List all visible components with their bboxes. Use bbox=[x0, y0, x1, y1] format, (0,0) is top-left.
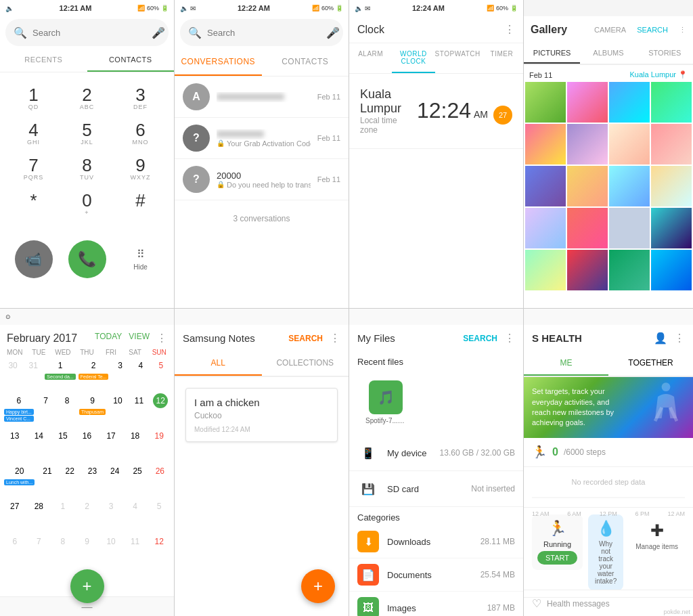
gallery-thumb[interactable] bbox=[651, 166, 692, 206]
gallery-thumb[interactable] bbox=[525, 208, 566, 248]
dial-1[interactable]: 1 QD bbox=[12, 86, 55, 110]
gallery-thumb[interactable] bbox=[609, 124, 650, 164]
cal-day[interactable]: 17 bbox=[99, 426, 123, 462]
gallery-camera-tab[interactable]: CAMERA bbox=[594, 26, 626, 35]
dial-5[interactable]: 5 JKL bbox=[66, 121, 109, 146]
cal-day[interactable]: 2 bbox=[75, 497, 99, 532]
tab-stories[interactable]: STORIES bbox=[637, 43, 693, 64]
health-more-icon[interactable]: ⋮ bbox=[674, 332, 685, 345]
cal-day[interactable]: 25 bbox=[126, 462, 148, 497]
storage-my-device[interactable]: 📱 My device 13.60 GB / 32.00 GB bbox=[349, 435, 523, 471]
cal-day-today[interactable]: 12 bbox=[150, 391, 171, 426]
cal-day[interactable]: 28 bbox=[27, 497, 51, 532]
gallery-search-tab[interactable]: SEARCH bbox=[637, 26, 668, 35]
notes-search-button[interactable]: SEARCH bbox=[288, 334, 323, 343]
cal-day[interactable]: 5 bbox=[147, 497, 171, 532]
category-documents[interactable]: 📄 Documents 25.54 MB bbox=[349, 558, 523, 592]
storage-sd-card[interactable]: 💾 SD card Not inserted bbox=[349, 471, 523, 507]
add-note-button[interactable]: + bbox=[301, 569, 335, 603]
dial-6[interactable]: 6 MNO bbox=[119, 121, 162, 146]
gallery-thumb[interactable] bbox=[609, 82, 650, 123]
gallery-thumb[interactable] bbox=[525, 166, 566, 206]
dial-7[interactable]: 7 PQRS bbox=[12, 156, 55, 181]
cal-day[interactable]: 4 bbox=[131, 356, 151, 391]
cal-day[interactable]: 6 bbox=[3, 532, 27, 567]
cal-day[interactable]: 27 bbox=[3, 497, 27, 532]
list-item[interactable]: A Feb 11 bbox=[175, 76, 349, 118]
tab-together[interactable]: TOGETHER bbox=[608, 351, 693, 376]
files-search-button[interactable]: SEARCH bbox=[463, 334, 497, 343]
recent-file-item[interactable]: 🎵 Spotify-7...od.apk bbox=[357, 375, 414, 430]
gallery-thumb[interactable] bbox=[609, 250, 650, 290]
gallery-thumb[interactable] bbox=[567, 82, 608, 123]
health-add-person-icon[interactable]: 👤 bbox=[654, 332, 667, 345]
start-activity-button[interactable]: START bbox=[537, 551, 577, 565]
cal-day[interactable]: 19 bbox=[147, 426, 171, 462]
cal-day[interactable]: 24 bbox=[104, 462, 126, 497]
cal-day[interactable]: 14 bbox=[27, 426, 51, 462]
gallery-thumb[interactable] bbox=[525, 124, 566, 164]
cal-day[interactable]: 11 bbox=[123, 532, 148, 567]
gallery-thumb[interactable] bbox=[651, 208, 692, 248]
gallery-thumb[interactable] bbox=[525, 250, 566, 290]
dial-star[interactable]: * bbox=[12, 192, 55, 216]
list-item[interactable]: ? 20000 🔒 Do you need help to transfer y… bbox=[175, 159, 349, 200]
cal-day[interactable]: 23 bbox=[81, 462, 104, 497]
gallery-thumb[interactable] bbox=[567, 250, 608, 290]
tab-collections[interactable]: COLLECTIONS bbox=[262, 351, 349, 376]
dial-9[interactable]: 9 WXYZ bbox=[119, 156, 162, 181]
files-more-icon[interactable]: ⋮ bbox=[504, 332, 515, 345]
cal-day[interactable]: 1 Second da... bbox=[43, 356, 76, 391]
cal-day[interactable]: 10 bbox=[99, 532, 123, 567]
cal-day[interactable]: 16 bbox=[75, 426, 99, 462]
tab-contacts[interactable]: CONTACTS bbox=[87, 49, 175, 72]
cal-day[interactable]: 13 bbox=[3, 426, 27, 462]
dial-2[interactable]: 2 ABC bbox=[66, 86, 109, 110]
calendar-more-icon[interactable]: ⋮ bbox=[156, 332, 167, 345]
cal-day[interactable]: 20 Lunch with... bbox=[3, 462, 36, 497]
cal-day[interactable]: 31 bbox=[23, 356, 43, 391]
gallery-thumb[interactable] bbox=[651, 82, 692, 123]
dial-8[interactable]: 8 TUV bbox=[66, 156, 109, 181]
dial-3[interactable]: 3 DEF bbox=[119, 86, 162, 110]
add-event-button[interactable]: + bbox=[70, 569, 104, 603]
list-item[interactable]: ? 🔒 Your Grab Activation Code (GAC) is *… bbox=[175, 118, 349, 159]
tab-pictures[interactable]: PICTURES bbox=[524, 43, 580, 64]
tab-conversations[interactable]: CONVERSATIONS bbox=[175, 49, 262, 76]
call-button[interactable]: 📞 bbox=[68, 240, 106, 278]
tab-alarm[interactable]: ALARM bbox=[349, 43, 392, 73]
cal-day[interactable]: 9 bbox=[75, 532, 99, 567]
cal-day[interactable]: 4 bbox=[123, 497, 148, 532]
cal-day[interactable]: 11 bbox=[129, 391, 150, 426]
note-card[interactable]: I am a chicken Cuckoo Modified 12:24 AM bbox=[185, 388, 338, 442]
gallery-thumb[interactable] bbox=[567, 124, 608, 164]
category-downloads[interactable]: ⬇ Downloads 28.11 MB bbox=[349, 525, 523, 558]
tab-all-notes[interactable]: ALL bbox=[175, 351, 262, 376]
tab-timer[interactable]: TIMER bbox=[480, 43, 523, 73]
category-images[interactable]: 🖼 Images 187 MB bbox=[349, 592, 523, 616]
video-call-button[interactable]: 📹 bbox=[15, 240, 53, 278]
gallery-thumb[interactable] bbox=[567, 208, 608, 248]
cal-day[interactable]: 8 bbox=[56, 391, 78, 426]
cal-day[interactable]: 7 bbox=[27, 532, 51, 567]
tab-me[interactable]: ME bbox=[524, 351, 608, 376]
gallery-thumb[interactable] bbox=[609, 166, 650, 206]
cal-day[interactable]: 9 Thapusam bbox=[78, 391, 107, 426]
messages-search-bar[interactable]: 🔍 🎤 ⋮ bbox=[180, 19, 343, 46]
messages-search-input[interactable] bbox=[207, 28, 321, 38]
calendar-today-button[interactable]: TODAY bbox=[95, 332, 122, 345]
cal-day[interactable]: 18 bbox=[123, 426, 148, 462]
running-card[interactable]: 🏃 Running START bbox=[532, 514, 583, 570]
phone-search-input[interactable] bbox=[32, 28, 146, 38]
tab-world-clock[interactable]: WORLD CLOCK bbox=[392, 43, 434, 73]
water-intake-card[interactable]: 💧 Why not track your water intake? bbox=[588, 514, 623, 590]
gallery-thumb[interactable] bbox=[651, 250, 692, 290]
cal-day[interactable]: 30 bbox=[3, 356, 23, 391]
phone-search-bar[interactable]: 🔍 🎤 ⋮ bbox=[5, 19, 169, 46]
cal-day[interactable]: 6 Happy birt... Vincent C... bbox=[3, 391, 35, 426]
tab-stopwatch[interactable]: STOPWATCH bbox=[435, 43, 480, 73]
gallery-thumb[interactable] bbox=[567, 166, 608, 206]
tab-recents[interactable]: RECENTS bbox=[0, 49, 87, 72]
tab-albums[interactable]: ALBUMS bbox=[580, 43, 636, 64]
cal-day[interactable]: 1 bbox=[51, 497, 75, 532]
